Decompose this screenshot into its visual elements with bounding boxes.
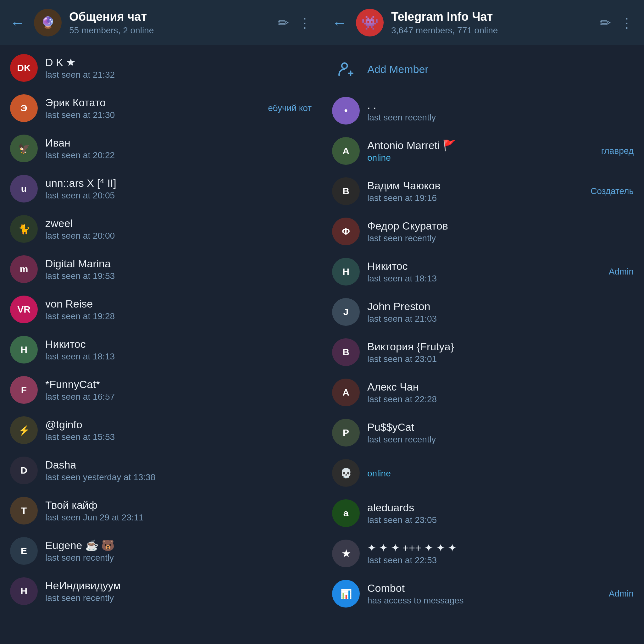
right-group-subtitle: 3,647 members, 771 online: [391, 25, 592, 36]
avatar: 🐈: [10, 215, 38, 243]
list-item[interactable]: aaleduardslast seen at 23:05: [322, 493, 644, 533]
avatar: a: [332, 499, 360, 527]
left-edit-icon[interactable]: ✏: [277, 15, 289, 31]
member-status: last seen at 15:53: [45, 432, 312, 442]
member-info: Digital Marinalast seen at 19:53: [45, 258, 312, 281]
member-status: last seen yesterday at 13:38: [45, 472, 312, 482]
member-name: John Preston: [367, 300, 634, 313]
list-item[interactable]: AAntonio Marreti 🚩onlineглавред: [322, 131, 644, 171]
list-item[interactable]: DDashalast seen yesterday at 13:38: [0, 450, 322, 491]
member-name: . .: [367, 99, 634, 111]
list-item[interactable]: ⚡@tginfolast seen at 15:53: [0, 410, 322, 450]
avatar: 💀: [332, 459, 360, 487]
member-status: online: [367, 153, 594, 163]
member-info: D K ★last seen at 21:32: [45, 56, 312, 80]
member-status: last seen at 22:28: [367, 394, 634, 404]
member-status: last seen recently: [45, 593, 312, 603]
member-status: last seen at 18:13: [45, 352, 312, 362]
member-status: last seen Jun 29 at 23:11: [45, 513, 312, 523]
avatar: D: [10, 457, 38, 484]
member-name: *FunnyCat*: [45, 378, 312, 391]
list-item[interactable]: ННеИндивидуумlast seen recently: [0, 571, 322, 611]
left-more-icon[interactable]: ⋮: [298, 15, 312, 31]
avatar: VR: [10, 296, 38, 323]
avatar: T: [10, 497, 38, 525]
list-item[interactable]: JJohn Prestonlast seen at 21:03: [322, 292, 644, 332]
right-panel: ← 👾 Telegram Info Чат 3,647 members, 771…: [322, 0, 644, 644]
member-name: Dasha: [45, 459, 312, 471]
list-item[interactable]: uunn::ars X [⁴ II]last seen at 20:05: [0, 169, 322, 209]
list-item[interactable]: F*FunnyCat*last seen at 16:57: [0, 370, 322, 410]
member-role: Admin: [609, 589, 634, 599]
right-group-title: Telegram Info Чат: [391, 10, 592, 24]
member-info: Иванlast seen at 20:22: [45, 137, 312, 160]
member-info: Вадим Чаюковlast seen at 19:16: [367, 180, 583, 203]
member-status: last seen at 20:00: [45, 231, 312, 241]
avatar: 📊: [332, 580, 360, 608]
list-item[interactable]: 📊Combothas access to messagesAdmin: [322, 574, 644, 614]
member-status: last seen at 23:01: [367, 354, 634, 364]
list-item[interactable]: TТвой кайфlast seen Jun 29 at 23:11: [0, 491, 322, 531]
avatar: m: [10, 255, 38, 283]
avatar: DK: [10, 54, 38, 82]
member-info: Dashalast seen yesterday at 13:38: [45, 459, 312, 482]
member-info: Никитосlast seen at 18:13: [45, 338, 312, 362]
member-status: last seen at 21:30: [45, 110, 260, 120]
list-item[interactable]: ФФедор Скуратовlast seen recently: [322, 211, 644, 252]
list-item[interactable]: ЭЭрик Котатоlast seen at 21:30ебучий кот: [0, 88, 322, 128]
member-name: Antonio Marreti 🚩: [367, 139, 594, 152]
avatar: Н: [10, 336, 38, 364]
right-edit-icon[interactable]: ✏: [599, 15, 611, 31]
list-item[interactable]: ННикитосlast seen at 18:13Admin: [322, 252, 644, 292]
list-item[interactable]: ААлекс Чанlast seen at 22:28: [322, 372, 644, 413]
member-name: Eugene ☕ 🐻: [45, 539, 312, 552]
member-info: Федор Скуратовlast seen recently: [367, 220, 634, 243]
right-more-icon[interactable]: ⋮: [620, 15, 634, 31]
avatar: В: [332, 177, 360, 205]
list-item[interactable]: ВВиктория {Frutya}last seen at 23:01: [322, 332, 644, 372]
member-name: НеИндивидуум: [45, 580, 312, 592]
list-item[interactable]: •. .last seen recently: [322, 91, 644, 131]
list-item[interactable]: DKD K ★last seen at 21:32: [0, 48, 322, 88]
list-item[interactable]: ★✦ ✦ ✦ +++ ✦ ✦ ✦last seen at 22:53: [322, 533, 644, 574]
member-name: unn::ars X [⁴ II]: [45, 177, 312, 189]
list-item[interactable]: 🐈zweellast seen at 20:00: [0, 209, 322, 249]
list-item[interactable]: PPu$$yCatlast seen recently: [322, 413, 644, 453]
member-status: last seen recently: [367, 233, 634, 243]
add-member-row[interactable]: Add Member: [322, 48, 644, 91]
member-name: Алекс Чан: [367, 381, 634, 393]
member-status: last seen recently: [367, 435, 634, 445]
avatar: J: [332, 298, 360, 326]
member-name: Твой кайф: [45, 499, 312, 511]
list-item[interactable]: 🦅Иванlast seen at 20:22: [0, 128, 322, 169]
list-item[interactable]: 💀online: [322, 453, 644, 493]
list-item[interactable]: EEugene ☕ 🐻last seen recently: [0, 531, 322, 571]
svg-point-0: [342, 63, 347, 69]
list-item[interactable]: ВВадим Чаюковlast seen at 19:16Создатель: [322, 171, 644, 211]
member-info: ✦ ✦ ✦ +++ ✦ ✦ ✦last seen at 22:53: [367, 541, 634, 565]
member-name: Иван: [45, 137, 312, 149]
member-status: last seen at 20:05: [45, 191, 312, 201]
member-info: НеИндивидуумlast seen recently: [45, 580, 312, 603]
member-status: last seen at 18:13: [367, 274, 601, 284]
right-group-avatar: 👾: [356, 9, 384, 36]
right-back-button[interactable]: ←: [332, 14, 347, 31]
member-name: ✦ ✦ ✦ +++ ✦ ✦ ✦: [367, 541, 634, 554]
avatar: A: [332, 137, 360, 165]
add-member-label: Add Member: [367, 63, 429, 75]
member-status: last seen at 20:22: [45, 150, 312, 160]
list-item[interactable]: ННикитосlast seen at 18:13: [0, 330, 322, 370]
left-back-button[interactable]: ←: [10, 14, 25, 31]
member-name: Виктория {Frutya}: [367, 341, 634, 353]
member-info: Эрик Котатоlast seen at 21:30: [45, 97, 260, 120]
member-role: главред: [601, 146, 634, 156]
member-name: Combot: [367, 582, 601, 594]
member-info: Combothas access to messages: [367, 582, 601, 606]
avatar: Н: [10, 577, 38, 605]
avatar: •: [332, 97, 360, 125]
member-status: last seen at 19:53: [45, 271, 312, 281]
member-status: last seen recently: [367, 113, 634, 123]
list-item[interactable]: VRvon Reiselast seen at 19:28: [0, 289, 322, 330]
list-item[interactable]: mDigital Marinalast seen at 19:53: [0, 249, 322, 289]
avatar: Ф: [332, 218, 360, 245]
